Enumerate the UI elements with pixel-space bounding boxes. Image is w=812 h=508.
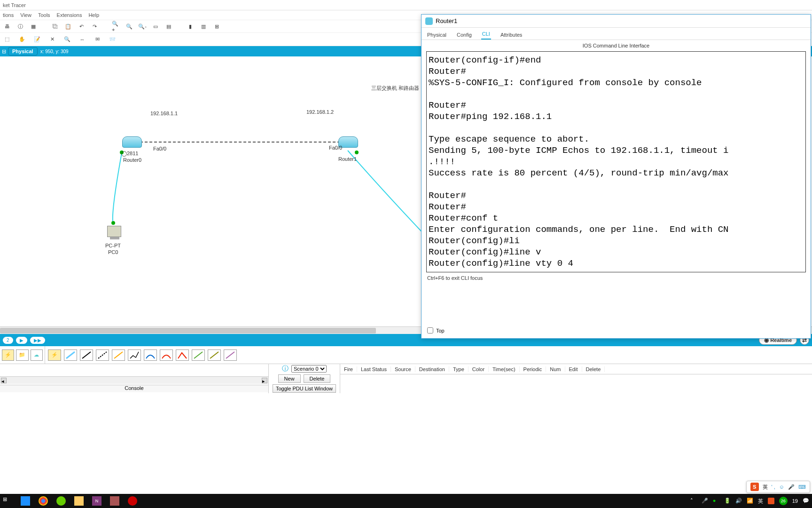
new-button[interactable]: New — [278, 374, 301, 383]
taskview-icon[interactable]: ⊞ — [3, 496, 12, 506]
menu-tools[interactable]: Tools — [38, 12, 50, 18]
hand-icon[interactable]: ✋ — [18, 35, 26, 44]
copy-icon[interactable]: ⿻ — [51, 22, 59, 31]
volume-icon[interactable]: 🔊 — [735, 498, 742, 504]
octal-cable-icon[interactable] — [192, 349, 205, 361]
tray-up-icon[interactable]: ˄ — [690, 498, 697, 504]
explorer-icon[interactable] — [21, 496, 30, 506]
battery-icon[interactable]: 🔋 — [724, 498, 731, 504]
ime-keyboard-icon[interactable]: ⌨ — [798, 484, 806, 490]
link-router0-pc0[interactable] — [113, 151, 122, 221]
activity-icon[interactable]: ▦ — [29, 22, 38, 31]
ime-emoji-icon[interactable]: ☺ — [779, 484, 784, 490]
drawing-icon[interactable]: ▭ — [151, 22, 160, 31]
tray-lang[interactable]: 英 — [758, 498, 763, 505]
router0-model: ◯2811 — [121, 151, 138, 157]
mic-tray-icon[interactable]: 🎤 — [702, 498, 708, 504]
zoom-reset-icon[interactable]: 🔍 — [125, 22, 133, 31]
ime-mic-icon[interactable]: 🎤 — [788, 484, 795, 490]
cloud-icon[interactable]: ☁ — [31, 349, 43, 361]
onenote-icon[interactable]: N — [92, 496, 102, 506]
palette-category[interactable]: ⚡ 📁 ☁ — [0, 346, 45, 364]
router0-node[interactable] — [122, 136, 142, 148]
info-icon[interactable]: ⓘ — [16, 22, 24, 31]
wechat-tray-icon[interactable]: ● — [713, 498, 719, 504]
select-icon[interactable]: ⬚ — [3, 35, 11, 44]
folder-icon[interactable] — [74, 496, 84, 506]
auto-cable-icon[interactable]: ⚡ — [48, 349, 61, 361]
console-cable-icon[interactable] — [64, 349, 77, 361]
resize-icon[interactable]: ↔ — [78, 35, 86, 44]
redo-icon[interactable]: ↷ — [90, 22, 99, 31]
cli-tabs: Physical Config CLI Attributes — [422, 28, 811, 40]
delete-button[interactable]: Delete — [304, 374, 331, 383]
menu-options[interactable]: tions — [3, 12, 14, 18]
straight-cable-icon[interactable] — [80, 349, 93, 361]
svg-line-6 — [226, 352, 234, 358]
lightning-tool-icon[interactable]: ⚡ — [2, 349, 14, 361]
console-scrollbar[interactable]: ◂ ▸ — [0, 376, 268, 384]
notifications-icon[interactable]: 💬 — [803, 498, 809, 504]
col-color: Color — [468, 366, 489, 372]
taskbar[interactable]: ⊞ N ˄ 🎤 ● 🔋 🔊 📶 英 26 19 💬 — [0, 494, 812, 508]
play-button[interactable]: ▶ — [16, 337, 27, 344]
pdu-simple-icon[interactable]: ✉ — [93, 35, 102, 44]
zoom-in-icon[interactable]: 🔍+ — [112, 22, 120, 31]
tab-cli[interactable]: CLI — [481, 29, 491, 40]
app-icon[interactable] — [56, 496, 66, 506]
tray-badge[interactable]: 26 — [779, 497, 788, 505]
router1-window[interactable]: Router1 Physical Config CLI Attributes I… — [421, 14, 811, 339]
usb-cable-icon[interactable] — [208, 349, 221, 361]
folder-icon[interactable]: 📁 — [16, 349, 28, 361]
scrollbar-thumb[interactable] — [0, 328, 376, 333]
palette-icon[interactable]: ▤ — [164, 22, 173, 31]
pdu-complex-icon[interactable]: 📨 — [108, 35, 117, 44]
print-icon[interactable]: 🖶 — [3, 22, 11, 31]
wifi-icon[interactable]: 📶 — [747, 498, 753, 504]
serial-dte-icon[interactable] — [176, 349, 189, 361]
ime-toolbar[interactable]: S 英 ' , ☺ 🎤 ⌨ — [746, 481, 810, 493]
scroll-left-icon[interactable]: ◂ — [1, 378, 7, 383]
custom-cable-icon[interactable] — [224, 349, 237, 361]
cross-cable-icon[interactable] — [96, 349, 109, 361]
chrome-icon[interactable] — [39, 496, 48, 506]
note-icon[interactable]: 📝 — [33, 35, 41, 44]
record-icon[interactable] — [128, 496, 137, 506]
fast-forward-button[interactable]: ▶▶ — [30, 337, 45, 344]
inspect-icon[interactable]: 🔍 — [63, 35, 71, 44]
app2-icon[interactable] — [110, 496, 119, 506]
phone-cable-icon[interactable] — [128, 349, 141, 361]
menu-extensions[interactable]: Extensions — [57, 12, 82, 18]
cli-terminal[interactable]: Router(config-if)#end Router# %SYS-5-CON… — [426, 51, 806, 272]
fiber-cable-icon[interactable] — [112, 349, 125, 361]
svg-line-2 — [98, 352, 107, 358]
cli-titlebar[interactable]: Router1 — [422, 15, 811, 28]
coax-cable-icon[interactable] — [144, 349, 157, 361]
ime-lang[interactable]: 英 — [763, 484, 768, 491]
undo-icon[interactable]: ↶ — [77, 22, 86, 31]
table-icon[interactable]: ⊞ — [212, 22, 221, 31]
sogou-tray-icon[interactable] — [768, 498, 774, 504]
tab-physical[interactable]: Physical — [426, 30, 447, 40]
menu-view[interactable]: View — [20, 12, 31, 18]
app-title: ket Tracer — [3, 2, 26, 8]
device-icon[interactable]: ▮ — [186, 22, 195, 31]
zoom-out-icon[interactable]: 🔍- — [138, 22, 147, 31]
pc0-node[interactable] — [107, 226, 121, 237]
serial-dce-icon[interactable] — [160, 349, 173, 361]
toggle-pdu-button[interactable]: Toggle PDU List Window — [273, 384, 336, 393]
simulation-icon[interactable]: ▥ — [199, 22, 208, 31]
delete-icon[interactable]: ✕ — [48, 35, 56, 44]
tab-config[interactable]: Config — [456, 30, 473, 40]
physical-tab[interactable]: Physical — [8, 47, 38, 56]
top-checkbox[interactable] — [427, 327, 433, 333]
cable-palette[interactable]: ⚡ — [45, 349, 812, 361]
tab-attributes[interactable]: Attributes — [500, 30, 523, 40]
paste-icon[interactable]: 📋 — [64, 22, 72, 31]
ime-punct[interactable]: ' , — [772, 484, 775, 490]
pc0-type: PC-PT — [105, 243, 121, 248]
scroll-right-icon[interactable]: ▸ — [262, 378, 267, 383]
menu-help[interactable]: Help — [88, 12, 99, 18]
scenario-select[interactable]: Scenario 0 — [291, 365, 327, 373]
scenario-info-icon[interactable]: ⓘ — [282, 365, 289, 373]
